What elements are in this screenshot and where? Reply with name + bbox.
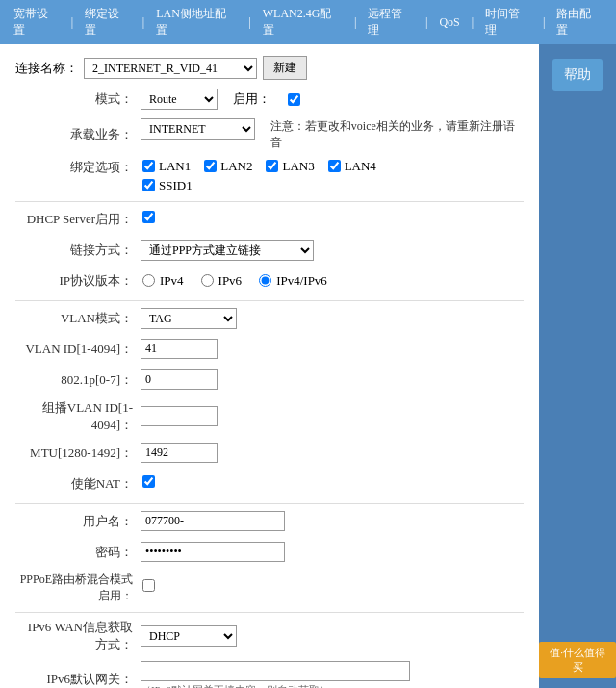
connection-name-label: 连接名称： [15, 60, 78, 77]
divider-4 [15, 612, 524, 613]
nat-controls [141, 475, 524, 492]
ipv6-gateway-note: （IPv6默认网关不填内容，则自动获取） [141, 683, 524, 688]
ipv6-obtain-row: IPv6 WAN信息获取方式： DHCP [15, 619, 524, 653]
password-label: 密码： [15, 544, 141, 561]
nav-item-lan[interactable]: LAN侧地址配置 [150, 4, 243, 40]
ipv6-label: IPv6 [218, 273, 243, 289]
nav-item-broadband[interactable]: 宽带设置 [8, 4, 65, 40]
ipv4ipv6-radio[interactable] [259, 274, 271, 287]
nav-item-qos[interactable]: QoS [433, 13, 465, 32]
mtu-row: MTU[1280-1492]： [15, 442, 524, 465]
link-method-label: 链接方式： [15, 242, 141, 259]
mtu-controls [141, 443, 524, 463]
service-select[interactable]: INTERNET [141, 118, 255, 140]
divider-1 [15, 201, 524, 202]
pppoe-bridge-checkbox[interactable] [142, 579, 155, 592]
dhcp-row: DHCP Server启用： [15, 208, 524, 231]
bind-lan1-checkbox[interactable] [142, 160, 155, 172]
divider-2 [15, 300, 524, 301]
password-row: 密码： [15, 541, 524, 564]
nav-item-time[interactable]: 时间管理 [479, 4, 537, 40]
dhcp-label: DHCP Server启用： [15, 211, 141, 228]
mode-row: 模式： Route 启用： [15, 88, 524, 111]
vlan-id-label: VLAN ID[1-4094]： [15, 341, 141, 358]
top-navigation: 宽带设置 | 绑定设置 | LAN侧地址配置 | WLAN2.4G配置 | 远程… [0, 0, 616, 44]
bind-options-row2: SSID1 [141, 178, 524, 193]
vlan-id-input[interactable] [141, 339, 218, 359]
enable-label: 启用： [233, 90, 270, 108]
vlan-mode-label: VLAN模式： [15, 310, 141, 327]
mtu-label: MTU[1280-1492]： [15, 445, 141, 462]
bind-lan4-checkbox[interactable] [328, 160, 341, 172]
password-input[interactable] [141, 542, 285, 562]
nav-item-route[interactable]: 路由配置 [551, 4, 608, 40]
multicast-vlan-input[interactable] [141, 406, 218, 426]
nav-separator-1: | [65, 13, 79, 32]
ipv4-radio[interactable] [142, 274, 155, 287]
username-input[interactable] [141, 511, 285, 531]
ipv4-option[interactable]: IPv4 [141, 273, 184, 289]
bind-lan4: LAN4 [326, 159, 376, 174]
nav-item-remote[interactable]: 远程管理 [362, 4, 420, 40]
nat-row: 使能NAT： [15, 472, 524, 496]
bind-lan3-checkbox[interactable] [266, 160, 278, 172]
mtu-input[interactable] [141, 443, 218, 463]
nav-item-bind[interactable]: 绑定设置 [79, 4, 137, 40]
ipv6-gateway-row: IPv6默认网关： （IPv6默认网关不填内容，则自动获取） [15, 661, 524, 688]
nat-checkbox[interactable] [142, 475, 155, 488]
bind-options-group: LAN1 LAN2 LAN3 LAN4 [141, 159, 524, 174]
new-button[interactable]: 新建 [263, 56, 307, 80]
nav-separator-2: | [137, 13, 150, 32]
connection-name-select[interactable]: 2_INTERNET_R_VID_41 [84, 58, 257, 79]
link-method-select[interactable]: 通过PPP方式建立链接 [141, 240, 314, 261]
bind-lan1-label: LAN1 [159, 159, 191, 174]
main-content: 连接名称： 2_INTERNET_R_VID_41 新建 模式： Route 启… [0, 44, 539, 688]
ipv6-option[interactable]: IPv6 [199, 273, 243, 289]
nav-item-wlan[interactable]: WLAN2.4G配置 [257, 4, 348, 40]
pppoe-bridge-controls [141, 579, 524, 596]
divider-3 [15, 503, 524, 504]
vlan-id-row: VLAN ID[1-4094]： [15, 338, 524, 361]
help-label: 帮助 [552, 59, 603, 91]
dot1p-row: 802.1p[0-7]： [15, 369, 524, 392]
mode-controls: Route 启用： [141, 89, 524, 110]
dot1p-label: 802.1p[0-7]： [15, 371, 141, 389]
link-method-row: 链接方式： 通过PPP方式建立链接 [15, 239, 524, 262]
dot1p-controls [141, 369, 524, 390]
ipv6-obtain-select[interactable]: DHCP [141, 625, 237, 647]
service-label: 承载业务： [15, 126, 141, 143]
vlan-id-controls [141, 339, 524, 359]
link-method-controls: 通过PPP方式建立链接 [141, 240, 524, 261]
enable-checkbox[interactable] [288, 93, 300, 106]
bind-ssid1-label: SSID1 [159, 178, 192, 193]
bind-lan2-checkbox[interactable] [204, 160, 217, 172]
vlan-mode-row: VLAN模式： TAG [15, 307, 524, 330]
bind-row: 绑定选项： LAN1 LAN2 LAN3 [15, 159, 524, 193]
connection-name-row: 连接名称： 2_INTERNET_R_VID_41 新建 [15, 56, 524, 80]
nav-separator-5: | [420, 13, 433, 32]
username-controls [141, 511, 524, 531]
bind-label: 绑定选项： [15, 159, 141, 176]
multicast-vlan-label: 组播VLAN ID[1-4094]： [15, 399, 141, 434]
password-controls [141, 542, 524, 562]
vlan-mode-controls: TAG [141, 308, 524, 329]
dhcp-controls [141, 211, 524, 227]
multicast-vlan-controls [141, 406, 524, 426]
ipv6-radio[interactable] [201, 274, 214, 287]
ip-version-label: IP协议版本： [15, 272, 141, 290]
ipv6-gateway-input[interactable] [141, 661, 410, 681]
bind-ssid1-checkbox[interactable] [142, 179, 155, 191]
ipv4ipv6-option[interactable]: IPv4/IPv6 [257, 273, 327, 289]
bind-lan2-label: LAN2 [220, 159, 252, 174]
dot1p-input[interactable] [141, 369, 218, 390]
nav-separator-7: | [537, 13, 551, 32]
bind-lan3-label: LAN3 [282, 159, 314, 174]
mode-select[interactable]: Route [141, 89, 218, 110]
dhcp-checkbox[interactable] [142, 211, 155, 223]
vlan-mode-select[interactable]: TAG [141, 308, 237, 329]
ipv6-gateway-label: IPv6默认网关： [15, 671, 141, 688]
multicast-vlan-row: 组播VLAN ID[1-4094]： [15, 399, 524, 434]
ip-version-row: IP协议版本： IPv4 IPv6 IPv4/IPv6 [15, 269, 524, 293]
bind-lan3: LAN3 [264, 159, 314, 174]
nat-label: 使能NAT： [15, 475, 141, 493]
